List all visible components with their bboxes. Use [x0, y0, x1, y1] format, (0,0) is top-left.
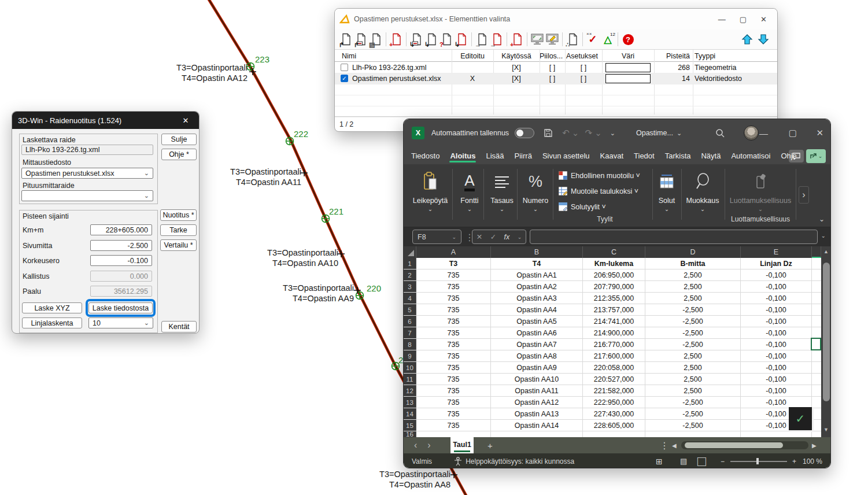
- cell-B5[interactable]: Opastin AA4: [491, 304, 583, 315]
- save-icon[interactable]: [544, 128, 553, 138]
- cell-D9[interactable]: 2,500: [645, 350, 741, 361]
- cell-C8[interactable]: 216:770,000: [583, 339, 645, 350]
- triangle-model-button[interactable]: △12: [600, 31, 615, 47]
- cell-A1[interactable]: T3: [416, 258, 491, 269]
- zoom-level[interactable]: 100 %: [803, 457, 822, 466]
- cell-A8[interactable]: 735: [416, 339, 491, 350]
- tab-automatisoi[interactable]: Automatisoi: [726, 149, 775, 164]
- vertailu-button[interactable]: Vertailu *: [160, 239, 197, 251]
- col-nimi[interactable]: Nimi: [342, 50, 356, 62]
- cell-B3[interactable]: Opastin AA2: [491, 281, 583, 292]
- vertical-scroll-thumb[interactable]: [823, 263, 830, 401]
- alignment-group[interactable]: Tasaus ⌄: [487, 164, 517, 227]
- open-wizard-button[interactable]: ▨: [368, 31, 383, 47]
- cell-C13[interactable]: 222:950,000: [583, 397, 645, 408]
- export-file-red-button[interactable]: →: [489, 31, 504, 47]
- column-header-B[interactable]: B: [491, 246, 583, 258]
- column-header-D[interactable]: D: [645, 246, 741, 258]
- row-header-5[interactable]: 5: [404, 304, 416, 315]
- col-pisteita[interactable]: Pisteitä: [654, 50, 690, 62]
- conditional-formatting-button[interactable]: Ehdollinen muotoilu ˅: [559, 171, 640, 180]
- row-header-4[interactable]: 4: [404, 293, 416, 304]
- cell-B1[interactable]: T4: [491, 258, 583, 269]
- page-layout-view-icon[interactable]: ▤: [680, 457, 687, 466]
- cell-A7[interactable]: 735: [416, 327, 491, 338]
- row-header-12[interactable]: 12: [404, 385, 416, 396]
- cell-D8[interactable]: -2,500: [645, 339, 741, 350]
- row-header-7[interactable]: 7: [404, 327, 416, 338]
- cell-C6[interactable]: 214:741,000: [583, 316, 645, 327]
- nuotitus-button[interactable]: Nuotitus *: [160, 209, 197, 221]
- cell-B4[interactable]: Opastin AA3: [491, 293, 583, 304]
- cell-E4[interactable]: -0,100: [741, 293, 812, 304]
- row-header-2[interactable]: 2: [404, 269, 416, 280]
- move-down-button[interactable]: [758, 34, 769, 45]
- cell-E9[interactable]: -0,100: [741, 350, 812, 361]
- cell-F2[interactable]: [812, 269, 821, 280]
- undo-icon[interactable]: ↶ ⌄: [562, 128, 579, 138]
- row-header-10[interactable]: 10: [404, 362, 416, 373]
- cell-C10[interactable]: 220:058,000: [583, 362, 645, 373]
- cell-F12[interactable]: [812, 385, 821, 396]
- col-kaytossa[interactable]: Käytössä: [493, 50, 540, 62]
- cell-D14[interactable]: -2,500: [645, 408, 741, 419]
- transform-points-button[interactable]: ∴: [565, 31, 580, 47]
- row-header-15[interactable]: 15: [404, 420, 416, 431]
- cell-B6[interactable]: Opastin AA5: [491, 316, 583, 327]
- cell-D10[interactable]: 2,500: [645, 362, 741, 373]
- search-icon[interactable]: [715, 128, 725, 138]
- cell-A13[interactable]: 735: [416, 397, 491, 408]
- cell-B16[interactable]: [491, 431, 583, 437]
- normal-view-icon[interactable]: ⊞: [656, 457, 663, 466]
- col-asetukset[interactable]: Asetukset: [566, 50, 602, 62]
- cancel-icon[interactable]: ✕: [477, 232, 482, 241]
- column-header-E[interactable]: E: [741, 246, 812, 258]
- cells-group[interactable]: Solut ⌄: [653, 164, 680, 227]
- zoom-out-icon[interactable]: −: [721, 457, 725, 466]
- interval-combo[interactable]: 10⌄: [88, 317, 153, 328]
- hscroll-right-icon[interactable]: ▶: [812, 442, 817, 449]
- zoom-slider[interactable]: [730, 461, 787, 462]
- confirm-check-overlay[interactable]: ✓: [789, 407, 812, 430]
- cell-F10[interactable]: [812, 362, 821, 373]
- title-chevron-icon[interactable]: ⌄: [677, 130, 682, 137]
- cell-C15[interactable]: 228:605,000: [583, 420, 645, 431]
- row-header-1[interactable]: 1: [404, 258, 416, 269]
- formula-input[interactable]: [530, 230, 818, 244]
- cell-F13[interactable]: [812, 397, 821, 408]
- collapse-ribbon-icon[interactable]: ⌄: [819, 215, 825, 223]
- cell-B2[interactable]: Opastin AA1: [491, 269, 583, 280]
- scroll-up-icon[interactable]: ▲: [823, 249, 829, 254]
- cell-F14[interactable]: [812, 408, 821, 419]
- column-header-A[interactable]: A: [416, 246, 491, 258]
- vertical-scrollbar[interactable]: ▲ ▼: [821, 246, 831, 437]
- new-file-add-button[interactable]: +: [509, 31, 525, 47]
- add-sheet-icon[interactable]: +: [487, 441, 493, 450]
- cell-F3[interactable]: [812, 281, 821, 292]
- redraw-screen-button[interactable]: [545, 31, 560, 47]
- pituusmittaraide-combo[interactable]: ⌄: [21, 190, 153, 201]
- tab-lisää[interactable]: Lisää: [481, 149, 509, 164]
- cell-D15[interactable]: -2,500: [645, 420, 741, 431]
- korkeusero-field[interactable]: -0.100: [90, 255, 152, 266]
- close-icon[interactable]: ✕: [816, 128, 823, 138]
- tab-tarkista[interactable]: Tarkista: [660, 149, 696, 164]
- row-header-3[interactable]: 3: [404, 281, 416, 292]
- document-title[interactable]: Opastime...: [636, 129, 673, 137]
- minimize-icon[interactable]: —: [718, 15, 726, 24]
- open-file-list-button[interactable]: ↱: [353, 31, 368, 47]
- scroll-down-icon[interactable]: ▼: [823, 427, 829, 433]
- cell-A11[interactable]: 735: [416, 374, 491, 385]
- cell-C11[interactable]: 220:527,000: [583, 374, 645, 385]
- enter-icon[interactable]: ✓: [490, 232, 496, 241]
- save-file-copy-button[interactable]: ↳: [424, 31, 439, 47]
- cell-D5[interactable]: -2,500: [645, 304, 741, 315]
- cell-B11[interactable]: Opastin AA10: [491, 374, 583, 385]
- tab-tiedosto[interactable]: Tiedosto: [406, 149, 445, 164]
- col-piilos[interactable]: Piilos...: [540, 50, 565, 62]
- row-header-11[interactable]: 11: [404, 374, 416, 385]
- row-header-9[interactable]: 9: [404, 350, 416, 361]
- expand-formula-bar-icon[interactable]: ⌄: [821, 232, 826, 239]
- cell-D2[interactable]: 2,500: [645, 269, 741, 280]
- elements-titlebar[interactable]: Opastimen perustukset.xlsx - Elementtien…: [335, 9, 777, 29]
